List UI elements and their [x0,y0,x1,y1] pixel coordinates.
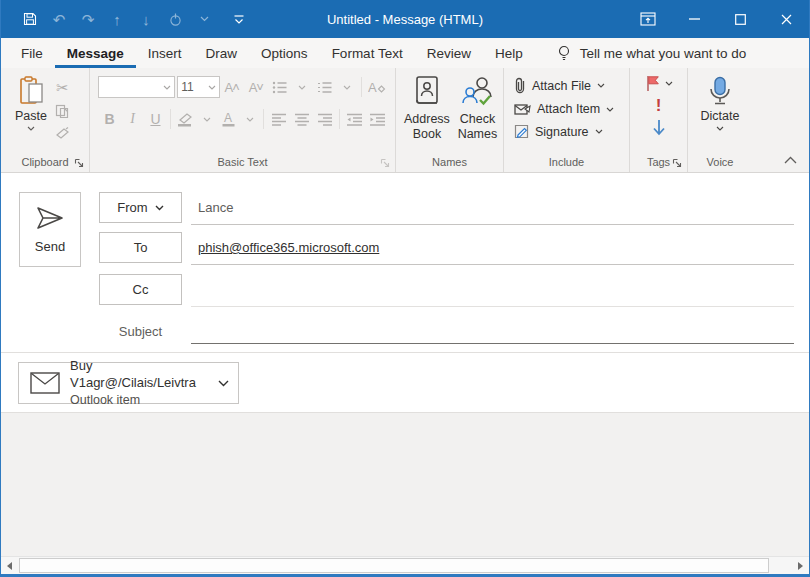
voice-group-label: Voice [688,156,752,168]
horizontal-scrollbar[interactable] [1,556,809,574]
decrease-indent-button[interactable] [343,108,366,130]
attach-file-button[interactable]: Attach File [514,77,623,94]
format-painter-icon[interactable] [55,126,70,140]
tab-format-text[interactable]: Format Text [320,38,415,68]
chevron-down-icon[interactable] [197,108,217,130]
bold-button[interactable]: B [98,108,121,130]
minimize-button[interactable] [671,0,717,38]
cc-button[interactable]: Cc [99,274,182,305]
attachment-title: Buy V1agr@/Cilais/Leivtra [70,358,218,392]
attach-item-label: Attach Item [537,102,600,116]
chevron-down-icon [597,83,605,88]
highlight-button[interactable] [174,108,197,130]
redo-icon[interactable]: ↷ [79,10,97,28]
paste-button[interactable]: Paste [9,76,53,140]
numbering-button[interactable] [313,76,337,98]
tab-file[interactable]: File [9,38,55,68]
font-name-combo[interactable] [98,76,175,98]
move-down-icon[interactable]: ↓ [137,10,155,28]
send-button[interactable]: Send [19,192,81,267]
maximize-button[interactable] [717,0,763,38]
divider [339,109,340,129]
cc-label: Cc [133,282,149,297]
tell-me-box[interactable]: Tell me what you want to do [557,38,747,68]
dictate-label: Dictate [701,109,740,123]
from-value[interactable]: Lance [198,192,233,223]
attachment-card[interactable]: Buy V1agr@/Cilais/Leivtra Outlook item [18,362,239,404]
address-book-button[interactable]: Address Book [404,75,450,142]
dialog-launcher-icon[interactable] [380,158,390,168]
chevron-down-icon [27,126,35,131]
flag-icon [645,75,661,92]
touch-mode-icon[interactable] [166,10,184,28]
tab-insert[interactable]: Insert [136,38,194,68]
titlebar[interactable]: ↶ ↷ ↑ ↓ Untitled - Message (HTML) [1,0,809,38]
bullets-button[interactable] [268,76,292,98]
chevron-down-icon[interactable] [337,76,358,98]
attachment-subtitle: Outlook item [70,392,218,408]
align-center-button[interactable] [290,108,313,130]
increase-indent-button[interactable] [366,108,389,130]
attachment-strip: Buy V1agr@/Cilais/Leivtra Outlook item [1,353,809,413]
chevron-down-icon[interactable] [240,108,260,130]
font-size-combo[interactable]: 11 [177,76,220,98]
chevron-down-icon [595,129,603,134]
font-color-button[interactable]: A [217,108,240,130]
from-button[interactable]: From [99,192,182,223]
tab-draw[interactable]: Draw [194,38,250,68]
dictate-button[interactable]: Dictate [688,68,752,131]
divider [361,77,362,97]
font-size-value: 11 [181,80,193,94]
send-icon [35,206,65,230]
paste-icon [18,76,45,106]
attach-file-icon [514,77,526,94]
shrink-font-button[interactable]: A˅ [244,76,268,98]
underline-button[interactable]: U [144,108,167,130]
signature-label: Signature [535,125,589,139]
move-up-icon[interactable]: ↑ [108,10,126,28]
ribbon-display-options-icon[interactable] [625,0,671,38]
field-underline [191,264,794,265]
names-group-label: Names [396,156,503,168]
tab-help[interactable]: Help [483,38,535,68]
high-importance-button[interactable]: ! [656,97,662,114]
undo-icon[interactable]: ↶ [50,10,68,28]
field-underline [191,224,794,225]
check-names-label: Check Names [456,112,499,142]
dialog-launcher-icon[interactable] [74,158,84,168]
include-group-label: Include [504,156,629,168]
message-body[interactable] [1,413,809,556]
follow-up-button[interactable] [645,75,673,92]
close-button[interactable] [763,0,809,38]
italic-button[interactable]: I [121,108,144,130]
collapse-ribbon-icon[interactable] [784,156,797,164]
to-value[interactable]: phish@office365.microsoft.com [198,232,379,263]
chevron-down-icon [716,126,724,131]
ribbon: Paste ✂ Clipboard [1,68,809,173]
svg-text:A: A [368,80,377,94]
dialog-launcher-icon[interactable] [672,158,682,168]
scroll-left-icon[interactable] [1,557,18,574]
check-names-button[interactable]: Check Names [456,75,499,142]
scroll-right-icon[interactable] [792,557,809,574]
save-icon[interactable] [21,10,39,28]
signature-button[interactable]: Signature [514,124,623,139]
attach-item-button[interactable]: Attach Item [514,102,623,116]
copy-icon[interactable] [55,104,70,119]
align-right-button[interactable] [313,108,336,130]
chevron-down-icon[interactable] [292,76,313,98]
clear-formatting-button[interactable]: A [365,76,389,98]
scrollbar-thumb[interactable] [19,558,769,573]
tab-message[interactable]: Message [55,38,136,68]
subject-underline[interactable] [191,343,794,344]
tab-options[interactable]: Options [249,38,320,68]
tab-review[interactable]: Review [415,38,483,68]
check-names-icon [461,75,493,107]
basic-text-group-label: Basic Text [90,156,395,168]
grow-font-button[interactable]: A˄ [220,76,244,98]
chevron-down-icon[interactable] [218,380,229,387]
align-left-button[interactable] [267,108,290,130]
cut-icon[interactable]: ✂ [56,79,69,97]
low-importance-button[interactable] [652,119,666,137]
to-button[interactable]: To [99,232,182,263]
